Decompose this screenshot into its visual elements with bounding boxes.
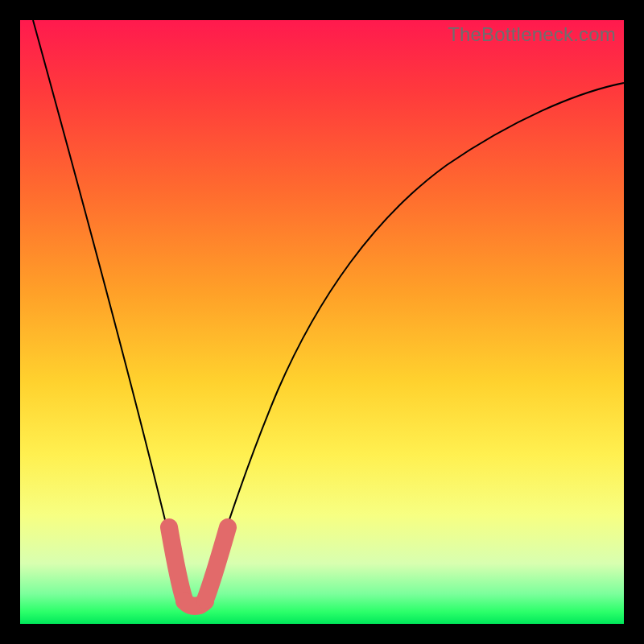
chart-frame: TheBottleneck.com <box>20 20 624 624</box>
highlight-left-arm <box>169 527 184 600</box>
chart-svg <box>20 20 624 624</box>
highlight-right-arm <box>205 527 228 600</box>
bottleneck-curve <box>33 20 624 608</box>
